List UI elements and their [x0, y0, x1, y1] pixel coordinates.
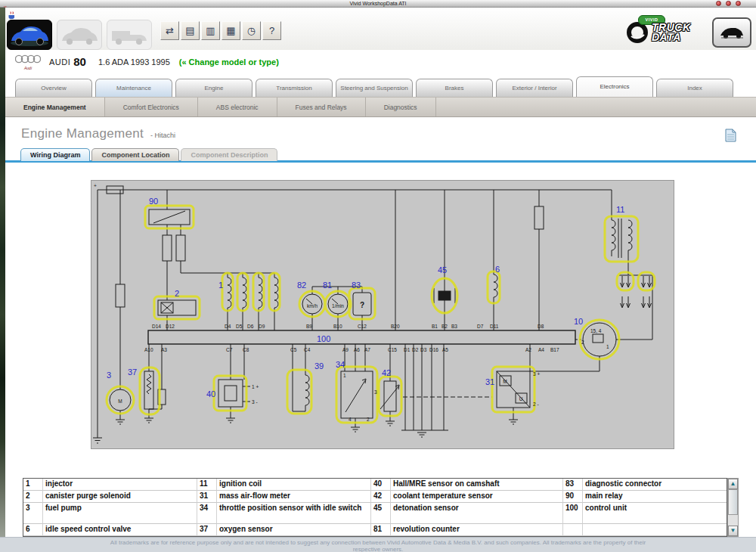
main-tab-transmission[interactable]: Transmission — [256, 79, 333, 97]
sub-tab-diagnostics[interactable]: Diagnostics — [366, 98, 436, 116]
print-icon[interactable]: ▥ — [201, 21, 220, 40]
diagram-label: A7 — [364, 347, 370, 352]
legend-name: idle speed control valve — [43, 524, 197, 536]
car-logo-button[interactable] — [712, 17, 751, 48]
legend-num — [563, 524, 583, 536]
sub-tab-fuses-and-relays[interactable]: Fuses and Relays — [277, 98, 366, 116]
diagram-label: C5 — [290, 347, 297, 352]
main-tab-steering-and-suspension[interactable]: Steering and Suspension — [336, 79, 413, 97]
document-icon[interactable] — [725, 129, 736, 145]
help-icon[interactable]: ? — [262, 21, 281, 40]
diagram-label: 1 — [606, 344, 609, 349]
diagram-label: A5 — [442, 347, 448, 352]
transfer-icon[interactable]: ⇄ — [160, 21, 179, 40]
diagram-label: B9 — [306, 324, 312, 329]
view-tab-wiring-diagram[interactable]: Wiring Diagram — [20, 148, 90, 161]
sub-tab-engine-management[interactable]: Engine Management — [5, 98, 105, 116]
diagram-label: 11 — [616, 205, 624, 214]
diagram-label: D3 — [420, 347, 427, 352]
diagram-label: M — [118, 398, 122, 404]
diagram-label: 10 — [574, 317, 583, 326]
legend-name: detonation sensor — [391, 503, 563, 524]
legend-num: 2 — [23, 491, 43, 503]
restore-button[interactable] — [726, 1, 731, 6]
calculator-icon[interactable]: ▦ — [222, 21, 240, 40]
view-tab-component-location[interactable]: Component Location — [91, 148, 179, 161]
truckdata-logo[interactable]: VIVID TRUCK DATA — [626, 15, 709, 48]
diagram-label: 37 — [128, 367, 137, 377]
legend-num: 6 — [23, 524, 43, 536]
diagram-label: 3 — [374, 389, 377, 395]
scroll-up-button[interactable]: ▲ — [728, 479, 738, 489]
diagram-label: 1 — [218, 281, 223, 290]
truckdata-text: TRUCK DATA — [652, 23, 691, 42]
main-tab-brakes[interactable]: Brakes — [416, 79, 493, 97]
main-tab-maintenance[interactable]: Maintenance — [95, 79, 172, 97]
legend-name: canister purge solenoid — [43, 491, 197, 503]
diagram-label: D11 — [490, 324, 499, 329]
diagram-label: 3 — [107, 371, 111, 380]
diagram-label: A4 — [538, 347, 544, 352]
diagram-label: D16 — [429, 347, 438, 352]
diagram-label: A2 — [525, 347, 531, 352]
clock-icon[interactable]: ◷ — [242, 21, 261, 40]
legend-num: 34 — [197, 503, 217, 524]
scroll-thumb[interactable] — [728, 489, 738, 515]
diagram-label: D7 — [477, 324, 484, 329]
title-bar: Vivid WorkshopData ATI — [0, 0, 756, 8]
diagram-label: 90 — [149, 197, 158, 206]
audi-logo: Audi — [14, 53, 42, 70]
legend-num: 42 — [371, 491, 391, 503]
diagram-label: C4 — [304, 347, 311, 352]
close-button[interactable] — [736, 1, 741, 6]
main-tab-exterior-interior[interactable]: Exterior / Interior — [496, 79, 573, 97]
legend-name: diagnostic connector — [583, 479, 727, 491]
diagram-label: B1 — [432, 324, 438, 329]
vehicle-model: 80 — [73, 55, 86, 68]
disclaimer-line1: All trademarks are for reference purpose… — [0, 539, 756, 546]
main-tab-overview[interactable]: Overview — [15, 79, 92, 97]
diagram-label: D2 — [412, 347, 419, 352]
diagram-label: 83 — [352, 281, 361, 290]
diagram-label: A9 — [342, 347, 349, 352]
legend-scrollbar: ▲ ▼ — [727, 478, 739, 537]
legend-table: 1injector11ignition coil40Hall/MRE senso… — [23, 478, 727, 537]
legend-name: main relay — [583, 491, 727, 503]
current-vehicle-image[interactable] — [7, 20, 52, 50]
diagram-label: 39 — [314, 361, 324, 371]
diagram-label: C7 — [226, 347, 233, 352]
legend-name: Hall/MRE sensor on camshaft — [391, 479, 563, 491]
main-tab-engine[interactable]: Engine — [175, 79, 253, 97]
minimize-button[interactable] — [716, 1, 721, 6]
diagram-label: 6 — [495, 265, 500, 274]
diagram-label: 1 — [343, 373, 346, 378]
main-tab-index[interactable]: Index — [656, 79, 733, 97]
notepad-icon[interactable]: ▤ — [181, 21, 200, 40]
legend-name: throttle position sensor with idle switc… — [217, 503, 371, 524]
sub-tab-abs-electronic[interactable]: ABS electronic — [198, 98, 277, 116]
change-model-link[interactable]: (« Change model or type) — [179, 57, 279, 67]
vehicle-make: AUDI — [49, 57, 70, 67]
diagram-label: 2 - — [533, 402, 539, 407]
main-tabs: OverviewMaintenanceEngineTransmissionSte… — [5, 73, 756, 97]
diagram-label: 15, 4 — [590, 328, 602, 333]
diagram-label: km/h — [307, 303, 318, 309]
diagram-label: 40 — [206, 389, 215, 398]
legend-num: 1 — [23, 479, 43, 491]
sub-tab-comfort-electronics[interactable]: Comfort Electronics — [105, 98, 198, 116]
diagram-label: D1 — [404, 347, 411, 352]
diagram-label: 1/min — [332, 303, 344, 309]
legend-num: 40 — [371, 479, 391, 491]
legend-name: mass air-flow meter — [217, 491, 371, 503]
main-tab-electronics[interactable]: Electronics — [576, 76, 653, 97]
diagram-label: 82 — [297, 281, 306, 290]
diagram-label: + — [94, 183, 97, 188]
diagram-label: 3 - — [252, 399, 258, 405]
legend-name: oxygen sensor — [217, 524, 371, 536]
diagram-label: A6 — [354, 347, 360, 352]
legend-num: 83 — [563, 479, 583, 491]
sub-tabs: Engine ManagementComfort ElectronicsABS … — [5, 97, 756, 117]
legend-num: 31 — [197, 491, 217, 503]
scroll-down-button[interactable]: ▼ — [728, 526, 738, 536]
legend-name: injector — [43, 479, 197, 491]
